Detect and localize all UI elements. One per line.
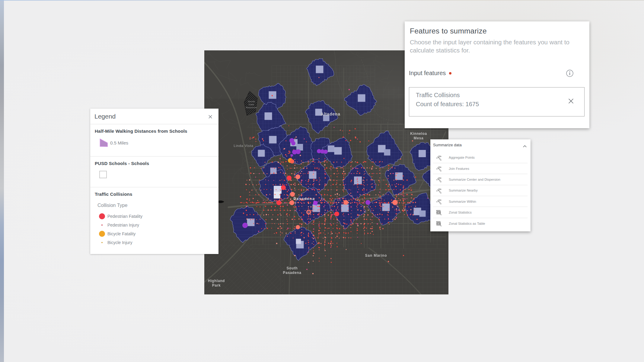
svg-text:Kinneloa: Kinneloa [410,132,427,136]
svg-text:Linda Vista: Linda Vista [234,144,253,148]
svg-text:Mesa: Mesa [414,136,423,140]
svg-text:Devils: Devils [248,100,255,103]
svg-text:Highland: Highland [208,279,225,283]
svg-text:Reservoir: Reservoir [246,106,257,109]
svg-text:Pasadena: Pasadena [293,197,315,201]
svg-text:Altadena: Altadena [320,112,340,116]
svg-text:San Marino: San Marino [365,253,387,258]
svg-text:South: South [287,266,298,270]
svg-text:Gate: Gate [249,103,254,106]
svg-text:Pasadena: Pasadena [283,271,301,275]
svg-text:Park: Park [212,283,221,287]
